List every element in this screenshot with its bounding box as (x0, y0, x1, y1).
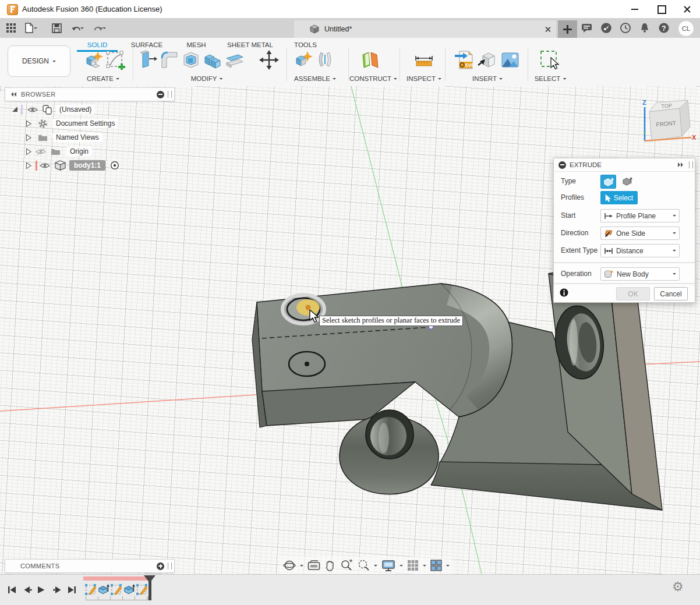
zoom-window-icon[interactable] (357, 559, 370, 572)
group-inspect[interactable]: INSPECT (406, 75, 441, 82)
dialog-expand-icon[interactable] (678, 162, 685, 167)
new-tab-button[interactable] (558, 20, 577, 38)
close-button[interactable] (681, 3, 693, 15)
go-to-end-button[interactable] (66, 585, 77, 595)
help-icon[interactable]: ? (657, 22, 670, 34)
visibility-eye-icon[interactable] (40, 162, 50, 169)
file-menu-icon[interactable] (24, 22, 37, 34)
joint-button[interactable] (314, 49, 335, 70)
browser-minimize-icon[interactable] (157, 91, 164, 98)
tree-row-document-settings[interactable]: Document Settings (5, 116, 175, 130)
tab-solid[interactable]: SOLID (77, 39, 118, 51)
group-modify[interactable]: MODIFY (191, 75, 223, 82)
zoom-window-caret-icon[interactable] (374, 565, 377, 568)
group-select[interactable]: SELECT (535, 75, 567, 82)
group-create[interactable]: CREATE (87, 75, 119, 82)
new-component-button[interactable] (83, 49, 104, 70)
pan-icon[interactable] (324, 559, 336, 572)
go-to-start-button[interactable] (7, 585, 17, 595)
collapsed-arrow-icon[interactable] (26, 120, 32, 128)
job-status-clock-icon[interactable] (619, 22, 632, 34)
comments-grip-handle[interactable] (168, 562, 172, 569)
undo-icon[interactable] (71, 22, 84, 34)
extensions-icon[interactable] (600, 22, 613, 34)
grid-settings-icon[interactable] (407, 560, 419, 571)
tree-row-named-views[interactable]: Named Views (5, 130, 175, 144)
group-assemble[interactable]: ASSEMBLE (294, 75, 336, 82)
comments-add-icon[interactable] (157, 562, 164, 570)
cancel-button[interactable]: Cancel (654, 287, 688, 300)
tree-label[interactable]: Document Settings (52, 119, 118, 128)
offset-face-button[interactable] (224, 49, 245, 70)
direction-dropdown[interactable]: One Side (600, 227, 680, 240)
play-button[interactable] (36, 585, 47, 595)
tree-label[interactable]: Origin (66, 147, 92, 156)
document-tab-close-icon[interactable] (543, 24, 553, 34)
collapsed-arrow-icon[interactable] (26, 134, 32, 141)
display-settings-icon[interactable] (381, 560, 395, 571)
dialog-grip-handle[interactable] (689, 161, 693, 168)
extrude-dialog-header[interactable]: EXTRUDE (554, 158, 695, 172)
collapsed-arrow-icon[interactable] (26, 148, 32, 155)
type-extrude-button[interactable] (600, 175, 616, 189)
browser-header[interactable]: BROWSER (5, 87, 175, 101)
display-settings-caret-icon[interactable] (400, 565, 403, 568)
notifications-bell-icon[interactable] (638, 22, 651, 34)
redo-icon[interactable] (93, 22, 106, 34)
timeline-settings-gear-icon[interactable]: ⚙ (672, 579, 684, 595)
step-back-button[interactable] (22, 585, 33, 595)
timeline-extrude-feature[interactable] (98, 583, 109, 596)
press-pull-button[interactable] (137, 49, 158, 70)
move-copy-button[interactable] (259, 49, 280, 70)
look-at-icon[interactable] (307, 560, 320, 571)
extent-dropdown[interactable]: Distance (600, 244, 680, 257)
group-construct[interactable]: CONSTRUCT (349, 75, 397, 82)
expanded-arrow-icon[interactable] (12, 106, 19, 113)
dialog-minimize-icon[interactable] (558, 161, 566, 169)
timeline-sketch-feature[interactable] (85, 583, 97, 596)
grid-settings-caret-icon[interactable] (423, 565, 426, 568)
create-sketch-button[interactable] (105, 49, 126, 70)
tab-surface[interactable]: SURFACE (123, 39, 170, 51)
timeline-extrude-feature[interactable] (123, 583, 135, 596)
info-icon[interactable] (560, 288, 568, 297)
assemble-new-component-button[interactable] (292, 49, 313, 70)
start-dropdown[interactable]: Profile Plane (600, 209, 680, 222)
orbit-icon[interactable] (283, 559, 296, 572)
view-cube[interactable]: TOP FRONT Z X (637, 97, 696, 155)
tab-mesh[interactable]: MESH (176, 39, 217, 51)
collapse-browser-icon[interactable] (9, 92, 16, 97)
timeline-position-marker-bar[interactable] (149, 581, 151, 600)
insert-derive-button[interactable] (476, 49, 497, 70)
account-avatar[interactable]: CL (678, 20, 694, 37)
timeline-sketch-feature[interactable] (111, 583, 122, 596)
collapsed-arrow-icon[interactable] (26, 162, 32, 169)
visibility-eye-icon[interactable] (27, 106, 38, 114)
document-tab[interactable]: Untitled* (294, 20, 556, 38)
comments-feedback-icon[interactable] (581, 22, 593, 34)
comments-panel-header[interactable]: COMMENTS (5, 559, 175, 573)
shell-button[interactable] (181, 49, 201, 70)
viewport[interactable]: BROWSER (Unsaved) Document Settings (0, 86, 700, 574)
orbit-caret-icon[interactable] (300, 565, 303, 568)
step-forward-button[interactable] (52, 585, 63, 595)
browser-grip-handle[interactable] (168, 91, 172, 98)
group-insert[interactable]: INSERT (472, 75, 503, 82)
operation-dropdown[interactable]: New Body (600, 267, 680, 281)
timeline-rollback-bar[interactable] (83, 576, 149, 581)
workspace-switcher[interactable]: DESIGN (8, 45, 70, 77)
visibility-off-eye-icon[interactable] (36, 148, 46, 155)
tab-tools[interactable]: TOOLS (287, 39, 324, 51)
tree-row-origin[interactable]: Origin (5, 144, 175, 158)
fillet-button[interactable] (159, 49, 180, 70)
tree-row-body[interactable]: body1:1 (5, 158, 175, 172)
profiles-select-button[interactable]: Select (600, 191, 638, 204)
insert-svg-button[interactable]: SVG (453, 49, 474, 70)
ok-button[interactable]: OK (616, 287, 650, 300)
save-icon[interactable] (50, 22, 63, 34)
insert-canvas-button[interactable] (500, 49, 521, 70)
tree-label[interactable]: (Unsaved) (56, 105, 95, 114)
ground-target-icon[interactable] (110, 161, 119, 170)
viewports-icon[interactable] (430, 560, 442, 571)
tab-sheet-metal[interactable]: SHEET METAL (222, 39, 278, 51)
